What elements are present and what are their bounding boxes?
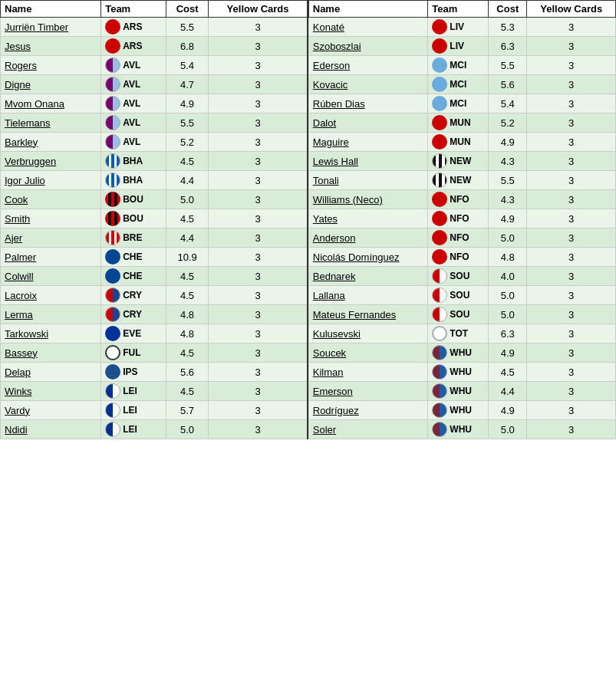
- team-label: BRE: [123, 232, 142, 243]
- team-label: SOU: [450, 309, 469, 320]
- player-name[interactable]: Jesus: [5, 41, 31, 52]
- player-name[interactable]: Lewis Hall: [313, 156, 358, 167]
- player-name[interactable]: Colwill: [5, 271, 34, 282]
- player-name-cell: Delap: [1, 363, 101, 382]
- player-name[interactable]: Emerson: [313, 386, 353, 397]
- player-name[interactable]: Ajer: [5, 232, 22, 244]
- player-name[interactable]: Yates: [313, 213, 338, 225]
- player-name[interactable]: Ederson: [313, 60, 350, 71]
- team-cell: AVL: [101, 56, 166, 75]
- yellow-cards-value: 3: [209, 401, 308, 420]
- team-cell: BOU: [101, 209, 166, 228]
- yellow-cards-value: 3: [527, 37, 616, 56]
- player-name[interactable]: Tarkowski: [5, 328, 48, 340]
- player-name[interactable]: Soucek: [313, 347, 346, 359]
- team-badge: [432, 19, 447, 35]
- table-row: RogersAVL5.43: [1, 56, 308, 75]
- team-badge: [432, 403, 447, 418]
- player-name[interactable]: Igor Julio: [5, 175, 45, 186]
- team-badge: [105, 403, 120, 418]
- player-name[interactable]: Lacroix: [5, 290, 37, 301]
- player-name[interactable]: Delap: [5, 366, 31, 378]
- player-name-cell: Kilman: [308, 363, 428, 382]
- player-name[interactable]: Rúben Dias: [313, 98, 365, 110]
- player-name[interactable]: Verbruggen: [5, 156, 56, 167]
- cost-value: 5.0: [166, 420, 209, 439]
- player-name[interactable]: Lallana: [313, 290, 345, 301]
- player-name-cell: Tarkowski: [1, 324, 101, 343]
- yellow-cards-value: 3: [527, 228, 616, 248]
- player-name[interactable]: Anderson: [313, 232, 356, 244]
- player-name[interactable]: Palmer: [5, 251, 36, 263]
- table-row: DelapIPS5.63: [1, 363, 308, 382]
- table-row: KonatéLIV5.33: [308, 18, 615, 37]
- player-name[interactable]: Ndidi: [5, 424, 28, 435]
- yellow-cards-value: 3: [209, 305, 308, 324]
- table-row: LacroixCRY4.53: [1, 286, 308, 305]
- player-name[interactable]: Dalot: [313, 117, 336, 129]
- player-name[interactable]: Soler: [313, 424, 336, 435]
- cost-value: 6.3: [489, 324, 527, 343]
- player-name[interactable]: Tonali: [313, 175, 339, 186]
- team-label: BOU: [123, 213, 143, 224]
- team-label: AVL: [123, 136, 140, 147]
- team-badge: [432, 268, 447, 284]
- team-label: ARS: [123, 41, 142, 51]
- player-name[interactable]: Winks: [5, 386, 31, 397]
- player-name[interactable]: Rogers: [5, 60, 37, 71]
- cost-value: 4.9: [166, 94, 209, 113]
- player-name[interactable]: Nicolás Domínguez: [313, 251, 400, 263]
- player-name[interactable]: Maguire: [313, 136, 349, 148]
- cost-value: 4.5: [166, 209, 209, 228]
- team-label: ARS: [123, 21, 142, 32]
- player-name[interactable]: Szoboszlai: [313, 41, 361, 52]
- player-name[interactable]: Bassey: [5, 347, 38, 359]
- team-label: BHA: [123, 175, 143, 186]
- yellow-cards-value: 3: [209, 286, 308, 305]
- player-name[interactable]: Williams (Neco): [313, 194, 383, 205]
- player-name-cell: Tielemans: [1, 113, 101, 133]
- player-name[interactable]: Rodríguez: [313, 405, 359, 416]
- right-table: Name Team Cost Yellow Cards KonatéLIV5.3…: [308, 0, 616, 439]
- player-name[interactable]: Mateus Fernandes: [313, 309, 396, 320]
- right-header-yc: Yellow Cards: [527, 1, 616, 18]
- player-name[interactable]: Konaté: [313, 21, 344, 33]
- player-name[interactable]: Vardy: [5, 405, 30, 416]
- team-badge: [105, 249, 120, 265]
- cost-value: 5.7: [166, 401, 209, 420]
- player-name[interactable]: Kilman: [313, 366, 344, 378]
- team-cell: WHU: [428, 343, 489, 363]
- player-name[interactable]: Kovacic: [313, 79, 348, 90]
- table-row: KulusevskiTOT6.33: [308, 324, 615, 343]
- team-badge: [105, 345, 120, 360]
- player-name-cell: Nicolás Domínguez: [308, 248, 428, 267]
- cost-value: 4.4: [489, 382, 527, 401]
- team-label: MCI: [450, 60, 466, 71]
- cost-value: 4.9: [489, 401, 527, 420]
- team-cell: NFO: [428, 209, 489, 228]
- yellow-cards-value: 3: [209, 209, 308, 228]
- team-label: IPS: [123, 366, 137, 377]
- player-name-cell: Winks: [1, 382, 101, 401]
- table-row: Igor JulioBHA4.43: [1, 171, 308, 190]
- cost-value: 4.8: [166, 305, 209, 324]
- player-name[interactable]: Mvom Onana: [5, 98, 64, 110]
- left-header-cost: Cost: [166, 1, 209, 18]
- team-cell: BOU: [101, 190, 166, 209]
- yellow-cards-value: 3: [527, 324, 616, 343]
- player-name[interactable]: Bednarek: [313, 271, 356, 282]
- table-row: PalmerCHE10.93: [1, 248, 308, 267]
- team-cell: WHU: [428, 420, 489, 439]
- player-name[interactable]: Tielemans: [5, 117, 50, 129]
- player-name[interactable]: Digne: [5, 79, 31, 90]
- player-name[interactable]: Kulusevski: [313, 328, 361, 340]
- player-name[interactable]: Jurriën Timber: [5, 21, 68, 33]
- player-name[interactable]: Lerma: [5, 309, 33, 320]
- team-label: AVL: [123, 98, 140, 109]
- player-name[interactable]: Barkley: [5, 136, 38, 148]
- player-name[interactable]: Cook: [5, 194, 28, 205]
- player-name[interactable]: Smith: [5, 213, 30, 225]
- player-name-cell: Soucek: [308, 343, 428, 363]
- yellow-cards-value: 3: [527, 171, 616, 190]
- player-name-cell: Rodríguez: [308, 401, 428, 420]
